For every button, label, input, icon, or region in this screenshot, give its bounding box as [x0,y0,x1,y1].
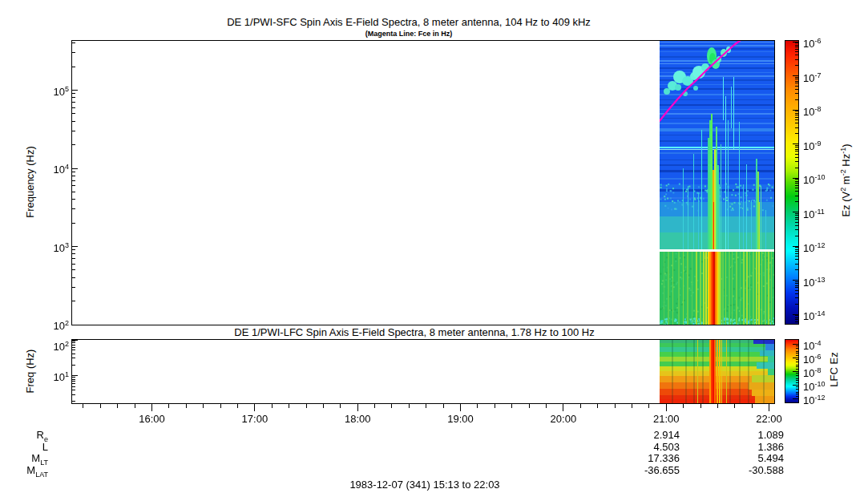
tick-mark [795,133,799,134]
tick-mark [796,365,799,366]
tick-mark [72,102,75,103]
tick-mark [795,215,799,216]
tick-mark [796,386,799,387]
exponent: -9 [814,139,821,147]
tick-mark [795,191,799,192]
tick-mark [795,225,799,226]
tick-mark [72,249,75,250]
exponent: -12 [814,241,825,249]
tick-mark [426,404,426,408]
tick-mark [795,251,799,252]
tick-mark [72,377,75,378]
tick-mark [796,385,799,386]
tick-mark [72,97,75,98]
tick-mark [795,42,799,43]
tick-mark [795,304,799,305]
tick-mark [796,358,799,358]
exponent: -11 [814,208,824,216]
exponent: -6 [814,37,821,45]
tick-mark [795,285,799,286]
tick-mark [795,123,799,123]
tick-mark [796,355,799,356]
tick-mark [796,389,799,390]
footer-value-2100: -36.655 [600,464,680,476]
tick-mark [72,199,75,200]
tick-mark [795,321,799,322]
tick-mark [72,121,75,122]
x-tick-label: 17:00 [231,413,279,425]
tick-mark [795,151,799,152]
tick-mark [795,119,799,120]
tick-mark [72,345,75,345]
tick-mark [795,49,799,50]
tick-mark [796,373,799,374]
tick-mark [237,404,238,408]
tick-mark [272,404,273,408]
tick-mark [793,110,799,111]
x-tick-label: 21:00 [642,413,690,425]
tick-mark [72,67,75,67]
tick-mark [793,280,799,281]
tick-mark [72,107,75,108]
exponent: 4 [65,163,69,171]
tick-mark [72,301,75,301]
tick-mark [795,65,799,66]
tick-mark [648,404,649,408]
tick-mark [795,290,799,291]
tick-mark [795,287,799,288]
tick-mark [795,181,799,182]
tick-mark [795,319,799,320]
tick-mark [796,348,799,349]
footer-value-2100: 4.503 [600,441,680,453]
tick-mark [795,315,799,316]
tick-mark [72,394,75,395]
tick-mark [795,293,799,294]
footer-value-2200: 1.089 [704,429,784,441]
tick-mark [796,351,799,352]
tick-mark [795,145,799,146]
sfc-cbar-tick-label: 10-7 [803,70,838,84]
x-tick-label: 22:00 [745,413,793,425]
tick-mark [795,77,799,78]
tick-mark [666,404,667,411]
tick-mark [796,394,799,394]
tick-mark [72,341,75,341]
tick-mark [72,401,75,402]
sfc-y-tick-label: 102 [32,317,69,332]
tick-mark [72,381,75,382]
tick-mark [795,229,799,230]
tick-mark [795,147,799,147]
tick-mark [72,354,75,354]
tick-mark [793,246,799,247]
tick-mark [72,52,75,53]
tick-mark [72,42,75,43]
exponent: -6 [814,353,821,361]
x-tick-label: 18:00 [333,413,382,425]
tick-mark [72,90,78,91]
tick-mark [795,79,799,79]
tick-mark [795,259,799,260]
sfc-cbar-tick-label: 10-11 [803,206,838,220]
lfc-cbar-tick-label: 10-6 [803,351,838,366]
tick-mark [795,236,799,236]
tick-mark [793,75,799,76]
footer-value-2200: 1.386 [704,441,784,453]
tick-mark [796,353,799,354]
tick-mark [795,127,799,128]
tick-mark [443,404,444,408]
tick-mark [796,362,799,362]
sfc-cbar-tick-label: 10-6 [803,35,838,50]
tick-mark [306,404,307,408]
date-range-label: 1983-12-07 (341) 15:13 to 22:03 [305,479,545,491]
tick-mark [477,404,478,408]
tick-mark [117,404,118,408]
tick-mark [563,404,563,411]
sfc-cbar-tick-label: 10-14 [803,308,838,322]
tick-mark [795,86,799,87]
tick-mark [72,246,78,247]
lfc-y-tick-label: 101 [32,369,69,383]
tick-mark [511,404,512,408]
tick-mark [374,404,375,408]
tick-mark [72,383,75,384]
tick-mark [72,379,75,380]
